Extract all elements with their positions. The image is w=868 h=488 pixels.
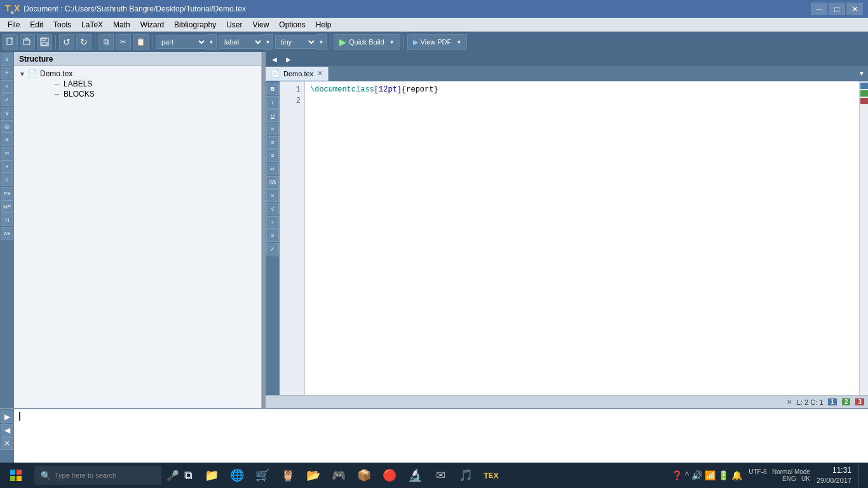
log-close-btn[interactable]: ✕ [1, 437, 13, 450]
lt-tick-btn[interactable]: ✓ [266, 243, 279, 255]
tab-close-icon[interactable]: ✕ [317, 69, 323, 78]
menu-tools[interactable]: Tools [48, 18, 76, 31]
menu-latex[interactable]: LaTeX [76, 18, 108, 31]
close-button[interactable]: ✕ [846, 3, 863, 15]
undo-button[interactable]: ↺ [59, 34, 74, 50]
lt-structure-btn[interactable]: ≡ [1, 53, 13, 66]
lt-italic-btn[interactable]: I [266, 96, 279, 109]
et-forward-btn[interactable]: ▶ [282, 53, 295, 65]
lt-ps-btn[interactable]: PS [1, 187, 13, 200]
editor-tab-demo[interactable]: 📄 Demo.tex ✕ [266, 67, 329, 81]
clock[interactable]: 11:31 29/08/2017 [817, 465, 851, 485]
minimize-button[interactable]: ─ [811, 3, 827, 15]
tray-notification-icon[interactable]: 🔔 [731, 470, 742, 480]
lt-align1-btn[interactable]: ≡ [266, 123, 279, 135]
lt-check-btn[interactable]: ✓ [1, 93, 13, 106]
search-bar[interactable]: 🔍 Type here to search [34, 466, 161, 485]
code-line-1[interactable]: \documentclass[12pt]{report} [310, 84, 854, 95]
lt-math-btn[interactable]: $$ [266, 176, 279, 189]
paste-button[interactable]: 📋 [133, 34, 149, 50]
taskbar-app-texmaker[interactable]: TEX [480, 464, 503, 487]
size-dropdown-btn[interactable]: ▼ [316, 34, 327, 50]
quick-build-button[interactable]: ▶ Quick Build ▼ [334, 34, 400, 50]
menu-file[interactable]: File [3, 18, 25, 31]
cut-button[interactable]: ✂ [116, 34, 131, 50]
taskbar-app-files[interactable]: 📂 [302, 464, 325, 487]
latex-tools-sidebar: B I U ≡ ≡ ≡ ↵ $$ × √ ÷ ≡ ✓ [266, 81, 280, 395]
line-number-1: 1 [280, 84, 301, 95]
lt-div-btn[interactable]: ÷ [266, 216, 279, 229]
taskbar-app-tripadvisor[interactable]: 🦉 [276, 464, 299, 487]
log-expand-btn[interactable]: ▶ [1, 410, 13, 423]
task-view-btn[interactable]: ⧉ [184, 469, 193, 482]
lt-inf-btn[interactable]: ∞ [1, 147, 13, 159]
menu-wizard[interactable]: Wizard [135, 18, 169, 31]
structure-panel: Structure ▼ 📄 Demo.tex ─ LABELS ─ BLOCKS [14, 52, 262, 408]
size-select[interactable]: tiny [275, 35, 316, 49]
taskbar: 🔍 Type here to search 🎤 ⧉ 📁 🌐 🛒 🦉 📂 🎮 📦 … [0, 463, 868, 488]
menu-user[interactable]: User [221, 18, 247, 31]
menu-options[interactable]: Options [274, 18, 310, 31]
taskbar-app-dropbox[interactable]: 📦 [353, 464, 376, 487]
lt-mp-btn[interactable]: MP [1, 200, 13, 213]
lt-up-btn[interactable]: ∧ [1, 133, 13, 146]
code-line-2[interactable] [310, 95, 854, 107]
menu-bibliography[interactable]: Bibliography [169, 18, 221, 31]
new-button[interactable] [3, 34, 18, 50]
open-button[interactable] [20, 34, 35, 50]
log-collapse-left-btn[interactable]: ◀ [1, 424, 13, 437]
label-dropdown-btn[interactable]: ▼ [263, 34, 273, 50]
redo-button[interactable]: ↻ [76, 34, 92, 50]
menu-view[interactable]: View [248, 18, 275, 31]
editor-main: B I U ≡ ≡ ≡ ↵ $$ × √ ÷ ≡ ✓ 1 2 \document… [266, 81, 868, 395]
tray-chevron-icon[interactable]: ^ [685, 470, 689, 480]
code-editor[interactable]: \documentclass[12pt]{report} [305, 81, 859, 395]
et-back-btn[interactable]: ◀ [268, 53, 281, 65]
lt-add1-btn[interactable]: + [1, 67, 13, 79]
taskbar-app-edge[interactable]: 🌐 [226, 464, 248, 487]
lt-add2-btn[interactable]: + [1, 80, 13, 93]
save-button[interactable] [37, 34, 52, 50]
lt-return-btn[interactable]: ↵ [266, 163, 279, 175]
taskbar-app-email[interactable]: ✉ [429, 464, 452, 487]
lt-times2-btn[interactable]: × [266, 189, 279, 202]
taskbar-app-spotify[interactable]: 🎵 [454, 464, 477, 487]
lt-bold-btn[interactable]: B [266, 83, 279, 95]
tray-network-icon[interactable]: 📶 [705, 470, 715, 480]
menu-math[interactable]: Math [108, 18, 135, 31]
show-desktop-btn[interactable] [858, 464, 862, 487]
part-select[interactable]: part [156, 35, 207, 49]
lt-ti-btn[interactable]: TI [1, 214, 13, 226]
lt-down-btn[interactable]: ∨ [1, 107, 13, 119]
part-dropdown-btn[interactable]: ▼ [207, 34, 217, 50]
label-select[interactable]: label [219, 35, 263, 49]
tray-battery-icon[interactable]: 🔋 [718, 470, 729, 480]
menu-help[interactable]: Help [311, 18, 337, 31]
lt-underline-btn[interactable]: U [266, 109, 279, 122]
lt-times-btn[interactable]: × [1, 160, 13, 173]
lt-circle-btn[interactable]: ◎ [1, 120, 13, 133]
menu-edit[interactable]: Edit [25, 18, 48, 31]
taskbar-app-game[interactable]: 🎮 [327, 464, 350, 487]
tree-root[interactable]: ▼ 📄 Demo.tex [19, 69, 256, 79]
lt-list-btn[interactable]: ≡ [266, 229, 279, 242]
tree-node-labels[interactable]: ─ LABELS [32, 79, 256, 89]
lt-as-btn[interactable]: AS [1, 227, 13, 240]
tab-dropdown-btn[interactable]: ▼ [855, 67, 868, 81]
tray-help-icon[interactable]: ❓ [672, 470, 682, 480]
taskbar-app-chrome[interactable]: 🔴 [378, 464, 401, 487]
copy-button[interactable]: ⧉ [98, 34, 114, 50]
lt-excl-btn[interactable]: ! [1, 173, 13, 186]
maximize-button[interactable]: □ [829, 3, 845, 15]
taskbar-app-explorer[interactable]: 📁 [200, 464, 223, 487]
lt-align2-btn[interactable]: ≡ [266, 136, 279, 149]
mic-icon[interactable]: 🎤 [166, 470, 179, 482]
tree-node-blocks[interactable]: ─ BLOCKS [32, 89, 256, 99]
taskbar-app-matlab[interactable]: 🔬 [403, 464, 426, 487]
tray-speaker-icon[interactable]: 🔊 [691, 470, 702, 480]
start-button[interactable] [0, 463, 32, 488]
view-pdf-button[interactable]: ▶ View PDF ▼ [407, 34, 468, 50]
lt-align3-btn[interactable]: ≡ [266, 149, 279, 162]
taskbar-app-store[interactable]: 🛒 [251, 464, 274, 487]
lt-sqrt-btn[interactable]: √ [266, 203, 279, 215]
